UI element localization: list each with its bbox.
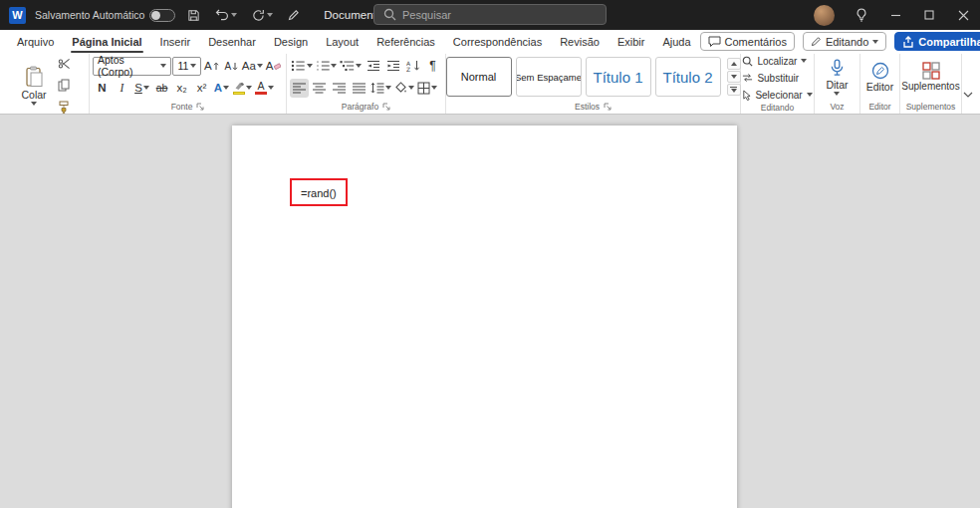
find-button[interactable]: Localizar: [742, 54, 812, 68]
grow-font-button[interactable]: A: [202, 57, 221, 76]
editing-mode-button[interactable]: Editando: [803, 32, 886, 51]
styles-gallery-more-button[interactable]: [727, 84, 741, 96]
copy-icon: [58, 79, 70, 92]
minimize-button[interactable]: [878, 0, 912, 30]
bullets-button[interactable]: [290, 57, 314, 76]
document-canvas[interactable]: =rand(): [0, 115, 980, 508]
bold-button[interactable]: N: [93, 79, 112, 98]
find-icon: [742, 56, 753, 67]
editing-dropdown-caret: [872, 40, 878, 44]
word-logo-icon[interactable]: W: [9, 7, 26, 24]
superscript-label: x²: [197, 82, 207, 94]
font-color-button[interactable]: A: [254, 79, 275, 98]
tab-arquivo[interactable]: Arquivo: [8, 30, 63, 53]
style-heading-2[interactable]: Título 2: [655, 57, 721, 97]
font-name-combobox[interactable]: Aptos (Corpo): [93, 57, 171, 76]
sort-button[interactable]: AZ: [403, 57, 422, 76]
undo-button[interactable]: [212, 0, 240, 30]
search-input[interactable]: [402, 9, 582, 21]
font-size-combobox[interactable]: 11: [172, 57, 200, 76]
cut-button[interactable]: [55, 54, 74, 73]
search-box[interactable]: [373, 4, 607, 25]
select-button[interactable]: Selecionar: [742, 88, 812, 102]
paste-button[interactable]: Colar: [17, 64, 50, 108]
styles-scroll-down-button[interactable]: [727, 71, 741, 83]
align-center-button[interactable]: [310, 79, 329, 98]
comments-button[interactable]: Comentários: [700, 32, 795, 51]
paste-dropdown-caret[interactable]: [31, 102, 37, 106]
maximize-button[interactable]: [912, 0, 946, 30]
text-effects-button[interactable]: A: [212, 79, 231, 98]
numbering-caret: [331, 64, 337, 68]
document-page[interactable]: =rand(): [232, 126, 737, 508]
increase-indent-button[interactable]: [383, 57, 402, 76]
addins-group-label: Suplementos: [906, 102, 956, 112]
tab-design[interactable]: Design: [265, 30, 317, 53]
styles-dialog-launcher-icon[interactable]: [604, 103, 612, 111]
subscript-button[interactable]: x₂: [172, 79, 191, 98]
collapse-ribbon-button[interactable]: [963, 92, 973, 98]
show-paragraph-marks-button[interactable]: ¶: [423, 57, 442, 76]
justify-button[interactable]: [350, 79, 368, 98]
pen-mode-button[interactable]: [285, 0, 303, 30]
decrease-indent-button[interactable]: [364, 57, 382, 76]
redo-dropdown-caret[interactable]: [267, 13, 273, 17]
tab-referencias[interactable]: Referências: [368, 30, 444, 53]
editor-button[interactable]: Editor: [862, 60, 897, 95]
dictate-caret[interactable]: [834, 92, 840, 96]
ideas-button[interactable]: [845, 0, 878, 30]
italic-button[interactable]: I: [113, 79, 131, 98]
font-color-caret: [268, 86, 274, 90]
tab-correspondencias[interactable]: Correspondências: [444, 30, 551, 53]
pen-icon: [288, 9, 300, 21]
copy-button[interactable]: [55, 76, 74, 95]
align-right-button[interactable]: [330, 79, 349, 98]
underline-button[interactable]: S: [132, 79, 151, 98]
borders-button[interactable]: [416, 79, 438, 98]
redo-button[interactable]: [249, 0, 276, 30]
paragraph-dialog-launcher-icon[interactable]: [382, 103, 390, 111]
style-heading-1[interactable]: Título 1: [586, 57, 651, 97]
replace-button[interactable]: Substituir: [742, 71, 812, 85]
highlight-button[interactable]: [232, 79, 253, 98]
annotation-red-box: =rand(): [290, 178, 348, 206]
clear-formatting-button[interactable]: A: [264, 57, 283, 76]
tab-exibir[interactable]: Exibir: [609, 30, 654, 53]
find-caret: [801, 59, 807, 63]
change-case-button[interactable]: Aa: [242, 57, 263, 76]
undo-dropdown-caret[interactable]: [231, 13, 237, 17]
line-spacing-button[interactable]: [369, 79, 392, 98]
bold-label: N: [98, 82, 106, 94]
addins-button[interactable]: Suplementos: [897, 60, 963, 94]
tab-revisao[interactable]: Revisão: [551, 30, 609, 53]
paragraph-group-footer: Parágrafo: [290, 100, 442, 114]
shading-button[interactable]: [393, 79, 415, 98]
style-no-spacing[interactable]: Sem Espaçame: [516, 57, 582, 97]
close-button[interactable]: [946, 0, 980, 30]
share-button[interactable]: Compartilhamento: [894, 32, 980, 51]
font-size-value: 11: [177, 60, 188, 72]
autosave-toggle[interactable]: [149, 9, 175, 22]
tab-ajuda[interactable]: Ajuda: [653, 30, 699, 53]
multilevel-list-button[interactable]: [339, 57, 363, 76]
dictate-button[interactable]: Ditar: [822, 57, 852, 98]
superscript-button[interactable]: x²: [192, 79, 211, 98]
scroll-down-icon: [731, 75, 737, 79]
save-button[interactable]: [184, 0, 203, 30]
tab-pagina-inicial[interactable]: Página Inicial: [63, 30, 150, 53]
tab-inserir[interactable]: Inserir: [151, 30, 200, 53]
undo-icon: [215, 9, 229, 22]
align-left-button[interactable]: [290, 79, 309, 98]
strikethrough-button[interactable]: ab: [152, 79, 171, 98]
scroll-up-icon: [731, 62, 737, 66]
avatar[interactable]: [814, 5, 835, 26]
autosave-control[interactable]: Salvamento Automático: [35, 9, 175, 22]
font-dialog-launcher-icon[interactable]: [196, 103, 204, 111]
lightbulb-icon: [856, 8, 867, 22]
tab-layout[interactable]: Layout: [317, 30, 368, 53]
style-normal[interactable]: Normal: [446, 57, 512, 97]
tab-desenhar[interactable]: Desenhar: [199, 30, 265, 53]
numbering-button[interactable]: [315, 57, 339, 76]
styles-scroll-up-button[interactable]: [727, 58, 741, 70]
shrink-font-button[interactable]: A: [222, 57, 241, 76]
